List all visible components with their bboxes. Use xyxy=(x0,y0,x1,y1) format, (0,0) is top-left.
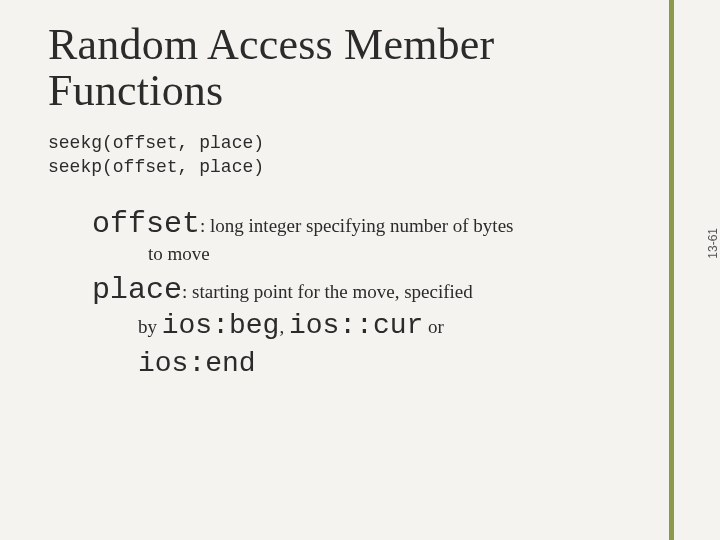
function-signatures: seekg(offset, place) seekp(offset, place… xyxy=(48,132,662,179)
place-desc-line3: ios:end xyxy=(92,345,588,383)
slide-title: Random Access Member Functions xyxy=(48,22,662,114)
signature-seekg: seekg(offset, place) xyxy=(48,132,662,155)
place-by: by xyxy=(138,316,162,337)
signature-seekp: seekp(offset, place) xyxy=(48,156,662,179)
definition-place: place: starting point for the move, spec… xyxy=(92,273,588,383)
place-desc-line1: : starting point for the move, specified xyxy=(182,281,473,302)
place-desc-line2: by ios:beg, ios::cur or xyxy=(92,307,588,345)
place-sep1: , xyxy=(279,316,289,337)
place-or: or xyxy=(423,316,444,337)
definitions: offset: long integer specifying number o… xyxy=(48,207,588,382)
code-ios-end: ios:end xyxy=(138,348,256,379)
definition-offset: offset: long integer specifying number o… xyxy=(92,207,588,267)
code-ios-cur: ios::cur xyxy=(289,310,423,341)
offset-desc-line2: to move xyxy=(92,241,588,267)
term-place: place xyxy=(92,273,182,307)
term-offset: offset xyxy=(92,207,200,241)
offset-desc-line1: : long integer specifying number of byte… xyxy=(200,215,513,236)
code-ios-beg: ios:beg xyxy=(162,310,280,341)
slide: Random Access Member Functions seekg(off… xyxy=(0,0,720,540)
accent-bar xyxy=(669,0,674,540)
page-number: 13-61 xyxy=(706,228,720,259)
